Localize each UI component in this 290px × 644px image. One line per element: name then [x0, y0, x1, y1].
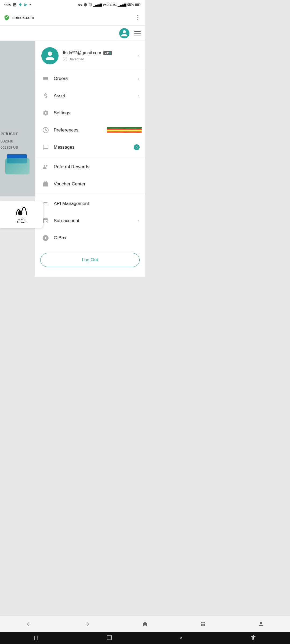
user-email-row: ftsdn***@gmail.com VIP 0	[63, 50, 138, 55]
menu-item-api[interactable]: API Management	[35, 195, 145, 212]
location-icon	[19, 3, 22, 7]
settings-label: Settings	[54, 110, 140, 116]
menu-item-settings[interactable]: Settings	[35, 104, 145, 122]
user-avatar	[41, 47, 59, 64]
svg-rect-2	[135, 4, 139, 6]
asset-icon	[41, 92, 50, 100]
vip-label: VIP	[105, 52, 109, 54]
svg-rect-1	[140, 4, 140, 5]
nav-bar	[0, 26, 145, 41]
menu-divider-1	[35, 157, 145, 157]
sidebar-panel: ftsdn***@gmail.com VIP 0 ✓ Unverified › …	[35, 41, 145, 277]
verification-status: ✓ Unverified	[63, 57, 138, 61]
menu-item-voucher[interactable]: Voucher Center	[35, 175, 145, 193]
network-type: VoLTE 4G	[103, 3, 117, 6]
menu-divider-2	[35, 194, 145, 194]
svg-marker-4	[99, 127, 107, 132]
orders-chevron: ›	[138, 76, 140, 82]
shield-browser-icon	[4, 15, 10, 21]
referral-icon	[41, 163, 50, 171]
menu-item-subaccount[interactable]: Sub-account ›	[35, 212, 145, 229]
user-chevron: ›	[138, 53, 140, 59]
menu-item-referral[interactable]: Referral Rewards	[35, 158, 145, 175]
referral-label: Referral Rewards	[54, 164, 140, 170]
status-left: 9:35 •	[4, 2, 31, 8]
send-icon	[24, 3, 28, 7]
key-icon	[78, 3, 82, 7]
user-avatar-icon	[45, 50, 55, 61]
arzweb-logo-icon	[15, 206, 28, 216]
user-profile-section[interactable]: ftsdn***@gmail.com VIP 0 ✓ Unverified ›	[35, 41, 145, 70]
bg-teal-shape	[5, 158, 30, 174]
svg-rect-5	[107, 127, 142, 129]
battery-icon	[135, 3, 141, 6]
status-bar: 9:35 • ▁▃▅▇ VoLTE 4G ▁▃▅▇ 95%	[0, 0, 145, 10]
hamburger-line-3	[134, 35, 141, 35]
shield-status-icon	[84, 3, 87, 7]
menu-item-preferences[interactable]: Preferences	[35, 122, 145, 139]
cbox-icon	[41, 234, 50, 242]
hamburger-line-1	[134, 31, 141, 32]
alarm-icon	[88, 3, 92, 7]
avatar-icon	[121, 30, 128, 37]
svg-rect-7	[107, 130, 142, 131]
user-info: ftsdn***@gmail.com VIP 0 ✓ Unverified	[63, 50, 138, 61]
voucher-label: Voucher Center	[54, 181, 140, 187]
watermark-logo: ارزوب ArzWeb	[15, 206, 28, 224]
dot-indicator: •	[29, 2, 31, 8]
logout-button[interactable]: Log Out	[40, 253, 140, 267]
asset-chevron: ›	[138, 93, 140, 99]
hamburger-menu[interactable]	[134, 31, 141, 35]
menu-item-asset[interactable]: Asset ›	[35, 87, 145, 104]
nav-avatar[interactable]	[119, 28, 129, 38]
bg-pair-text: PE/USDT	[1, 131, 18, 136]
arzweb-en-text: ArzWeb	[17, 221, 26, 224]
settings-icon	[41, 109, 50, 117]
unverified-icon: ✓	[63, 57, 67, 61]
logout-section: Log Out	[35, 249, 145, 271]
arzweb-text: ارزوب	[18, 217, 25, 220]
api-label: API Management	[54, 201, 140, 206]
logout-label: Log Out	[82, 257, 98, 263]
menu-item-cbox[interactable]: C-Box	[35, 229, 145, 247]
hamburger-line-2	[134, 33, 141, 34]
time: 9:35	[4, 3, 11, 7]
user-email: ftsdn***@gmail.com	[63, 50, 101, 55]
photo-icon	[13, 3, 17, 7]
browser-url: coinex.com	[12, 15, 132, 20]
watermark: ارزوب ArzWeb	[0, 201, 43, 228]
bg-number1-text: 002846	[1, 139, 13, 143]
arrow-svg	[99, 124, 142, 136]
preferences-icon	[41, 126, 50, 134]
vip-level: 0	[109, 52, 111, 54]
voucher-icon	[41, 180, 50, 188]
menu-item-orders[interactable]: Orders ›	[35, 70, 145, 87]
messages-icon	[41, 143, 50, 152]
arrow-annotation	[99, 124, 142, 137]
messages-badge: 5	[134, 144, 140, 150]
menu-item-messages[interactable]: Messages 5	[35, 139, 145, 156]
status-right: ▁▃▅▇ VoLTE 4G ▁▃▅▇ 95%	[78, 3, 141, 7]
subaccount-label: Sub-account	[54, 218, 138, 224]
unverified-text: Unverified	[68, 57, 84, 61]
orders-label: Orders	[54, 76, 138, 81]
messages-label: Messages	[54, 145, 132, 150]
battery-level: 95%	[127, 3, 134, 7]
vip-badge: VIP 0	[103, 51, 112, 55]
bg-number2-text: 002858 US	[1, 145, 18, 149]
more-options-button[interactable]: ⋮	[135, 14, 141, 21]
browser-bar: coinex.com ⋮	[0, 10, 145, 26]
subaccount-chevron: ›	[138, 218, 140, 224]
cbox-label: C-Box	[54, 235, 140, 241]
asset-label: Asset	[54, 93, 138, 98]
orders-icon	[41, 74, 50, 83]
signal-bars2: ▁▃▅▇	[118, 3, 126, 7]
signal-bars: ▁▃▅▇	[93, 3, 102, 7]
